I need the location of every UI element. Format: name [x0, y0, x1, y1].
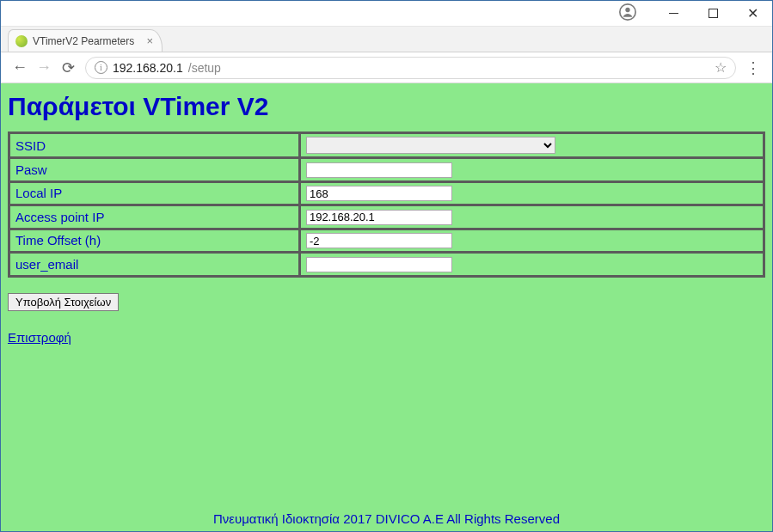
- close-icon: ✕: [747, 7, 758, 21]
- ap-ip-input[interactable]: [306, 210, 452, 225]
- tab-strip: VTimerV2 Pearmeters ×: [1, 27, 772, 52]
- maximize-icon: [709, 9, 718, 18]
- url-input[interactable]: i 192.168.20.1/setup ☆: [85, 57, 736, 79]
- row-ap-ip: Access point IP: [9, 205, 764, 229]
- address-bar: ← → ⟳ i 192.168.20.1/setup ☆ ⋮: [1, 52, 772, 83]
- label-time-offset: Time Offset (h): [9, 229, 299, 253]
- time-offset-input[interactable]: [306, 233, 452, 248]
- window-close-button[interactable]: ✕: [733, 2, 772, 26]
- os-titlebar: ✕: [1, 1, 772, 27]
- page-body: Παράμετοι VTimer V2 SSID Pasw Local IP A…: [1, 83, 772, 531]
- footer-text: Πνευματική Ιδιοκτησία 2017 DIVICO A.E Al…: [8, 511, 765, 528]
- tab-title: VTimerV2 Pearmeters: [33, 35, 134, 47]
- back-link[interactable]: Επιστροφή: [8, 330, 71, 345]
- tab-close-button[interactable]: ×: [146, 34, 153, 47]
- browser-tab[interactable]: VTimerV2 Pearmeters ×: [8, 29, 163, 52]
- label-local-ip: Local IP: [9, 182, 299, 205]
- label-ssid: SSID: [9, 133, 299, 157]
- local-ip-input[interactable]: [306, 186, 452, 201]
- page-title: Παράμετοι VTimer V2: [8, 92, 765, 121]
- user-email-input[interactable]: [306, 257, 452, 272]
- parameters-table: SSID Pasw Local IP Access point IP Time …: [8, 131, 765, 278]
- url-path: /setup: [188, 61, 221, 75]
- nav-reload-button[interactable]: ⟳: [56, 56, 80, 80]
- window-minimize-button[interactable]: [653, 2, 693, 26]
- site-info-icon[interactable]: i: [95, 61, 107, 74]
- nav-forward-button[interactable]: →: [32, 56, 56, 80]
- browser-window: ✕ VTimerV2 Pearmeters × ← → ⟳ i 192.168.…: [0, 0, 773, 532]
- row-ssid: SSID: [9, 133, 764, 157]
- label-ap-ip: Access point IP: [9, 205, 299, 229]
- row-pasw: Pasw: [9, 158, 764, 181]
- label-pasw: Pasw: [9, 158, 299, 181]
- submit-button[interactable]: Υποβολή Στοιχείων: [8, 293, 119, 311]
- minimize-icon: [669, 13, 678, 14]
- bookmark-star-icon[interactable]: ☆: [715, 59, 727, 76]
- browser-menu-button[interactable]: ⋮: [741, 58, 765, 77]
- row-user-email: user_email: [9, 253, 764, 276]
- favicon-icon: [15, 35, 28, 47]
- nav-back-button[interactable]: ←: [8, 56, 32, 80]
- url-host: 192.168.20.1: [113, 61, 183, 75]
- label-user-email: user_email: [9, 253, 299, 276]
- profile-icon[interactable]: [619, 3, 636, 24]
- row-local-ip: Local IP: [9, 182, 764, 205]
- row-time-offset: Time Offset (h): [9, 229, 764, 253]
- window-maximize-button[interactable]: [693, 2, 733, 26]
- pasw-input[interactable]: [306, 162, 452, 178]
- svg-point-1: [625, 7, 629, 11]
- ssid-select[interactable]: [306, 137, 555, 154]
